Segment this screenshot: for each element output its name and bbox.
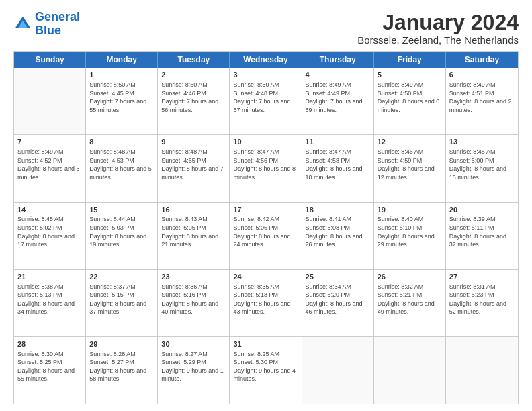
cell-info: Sunrise: 8:45 AMSunset: 5:02 PMDaylight:… — [17, 215, 82, 248]
logo-icon — [13, 15, 32, 34]
calendar-cell: 19Sunrise: 8:40 AMSunset: 5:10 PMDayligh… — [374, 203, 446, 269]
cell-date: 14 — [17, 205, 82, 215]
cell-date: 19 — [378, 205, 442, 215]
cell-info: Sunrise: 8:25 AMSunset: 5:30 PMDaylight:… — [233, 350, 298, 383]
title-block: January 2024 Borssele, Zeeland, The Neth… — [357, 11, 519, 46]
cell-date: 27 — [449, 272, 515, 282]
calendar-body: 1Sunrise: 8:50 AMSunset: 4:45 PMDaylight… — [14, 68, 518, 404]
calendar-cell: 20Sunrise: 8:39 AMSunset: 5:11 PMDayligh… — [446, 203, 518, 269]
cell-info: Sunrise: 8:42 AMSunset: 5:06 PMDaylight:… — [233, 215, 298, 248]
header: General Blue January 2024 Borssele, Zeel… — [13, 11, 519, 46]
logo-text: General Blue — [35, 11, 80, 38]
cell-info: Sunrise: 8:28 AMSunset: 5:27 PMDaylight:… — [89, 350, 154, 383]
calendar-cell: 30Sunrise: 8:27 AMSunset: 5:29 PMDayligh… — [158, 337, 230, 404]
calendar-cell: 28Sunrise: 8:30 AMSunset: 5:25 PMDayligh… — [14, 337, 86, 404]
cell-info: Sunrise: 8:49 AMSunset: 4:49 PMDaylight:… — [306, 81, 370, 114]
cell-info: Sunrise: 8:45 AMSunset: 5:00 PMDaylight:… — [449, 148, 515, 181]
cell-info: Sunrise: 8:39 AMSunset: 5:11 PMDaylight:… — [449, 215, 515, 248]
cell-info: Sunrise: 8:35 AMSunset: 5:18 PMDaylight:… — [233, 283, 298, 316]
cell-info: Sunrise: 8:30 AMSunset: 5:25 PMDaylight:… — [17, 350, 82, 383]
cell-date: 18 — [306, 205, 370, 215]
cell-info: Sunrise: 8:40 AMSunset: 5:10 PMDaylight:… — [378, 215, 442, 248]
calendar-header-row: SundayMondayTuesdayWednesdayThursdayFrid… — [14, 52, 518, 68]
calendar-row: 7Sunrise: 8:49 AMSunset: 4:52 PMDaylight… — [14, 135, 518, 202]
logo: General Blue — [13, 11, 80, 38]
cell-info: Sunrise: 8:31 AMSunset: 5:23 PMDaylight:… — [449, 283, 515, 316]
cell-info: Sunrise: 8:41 AMSunset: 5:08 PMDaylight:… — [306, 215, 370, 248]
calendar-cell: 1Sunrise: 8:50 AMSunset: 4:45 PMDaylight… — [86, 68, 158, 134]
calendar-cell: 16Sunrise: 8:43 AMSunset: 5:05 PMDayligh… — [158, 203, 230, 269]
cell-info: Sunrise: 8:46 AMSunset: 4:59 PMDaylight:… — [378, 148, 442, 181]
calendar-cell — [374, 337, 446, 404]
calendar-cell: 26Sunrise: 8:32 AMSunset: 5:21 PMDayligh… — [374, 270, 446, 336]
calendar-cell: 15Sunrise: 8:44 AMSunset: 5:03 PMDayligh… — [86, 203, 158, 269]
cell-info: Sunrise: 8:27 AMSunset: 5:29 PMDaylight:… — [161, 350, 226, 383]
cell-info: Sunrise: 8:50 AMSunset: 4:48 PMDaylight:… — [233, 81, 298, 114]
cell-date: 16 — [161, 205, 226, 215]
cell-date: 7 — [17, 137, 82, 147]
calendar-cell: 2Sunrise: 8:50 AMSunset: 4:46 PMDaylight… — [158, 68, 230, 134]
calendar-header-cell: Wednesday — [230, 52, 302, 68]
cell-date: 5 — [378, 70, 442, 80]
cell-date: 30 — [161, 339, 226, 349]
calendar-title: January 2024 — [357, 11, 519, 34]
cell-info: Sunrise: 8:32 AMSunset: 5:21 PMDaylight:… — [378, 283, 442, 316]
calendar-cell: 5Sunrise: 8:49 AMSunset: 4:50 PMDaylight… — [374, 68, 446, 134]
cell-date: 26 — [378, 272, 442, 282]
cell-date: 20 — [449, 205, 515, 215]
calendar-cell: 31Sunrise: 8:25 AMSunset: 5:30 PMDayligh… — [230, 337, 302, 404]
cell-info: Sunrise: 8:37 AMSunset: 5:15 PMDaylight:… — [89, 283, 154, 316]
cell-date: 23 — [161, 272, 226, 282]
calendar-header-cell: Saturday — [446, 52, 518, 68]
calendar-cell: 4Sunrise: 8:49 AMSunset: 4:49 PMDaylight… — [302, 68, 374, 134]
cell-date: 12 — [378, 137, 442, 147]
cell-date: 25 — [306, 272, 370, 282]
calendar-cell: 25Sunrise: 8:34 AMSunset: 5:20 PMDayligh… — [302, 270, 374, 336]
calendar-header-cell: Tuesday — [158, 52, 230, 68]
calendar-cell: 27Sunrise: 8:31 AMSunset: 5:23 PMDayligh… — [446, 270, 518, 336]
cell-date: 1 — [89, 70, 154, 80]
calendar-row: 14Sunrise: 8:45 AMSunset: 5:02 PMDayligh… — [14, 203, 518, 270]
calendar-header-cell: Friday — [374, 52, 446, 68]
calendar-cell: 12Sunrise: 8:46 AMSunset: 4:59 PMDayligh… — [374, 135, 446, 201]
calendar-cell: 10Sunrise: 8:47 AMSunset: 4:56 PMDayligh… — [230, 135, 302, 201]
cell-date: 10 — [233, 137, 298, 147]
cell-info: Sunrise: 8:48 AMSunset: 4:53 PMDaylight:… — [89, 148, 154, 181]
cell-info: Sunrise: 8:43 AMSunset: 5:05 PMDaylight:… — [161, 215, 226, 248]
cell-date: 31 — [233, 339, 298, 349]
cell-date: 21 — [17, 272, 82, 282]
cell-date: 6 — [449, 70, 515, 80]
calendar-header-cell: Sunday — [14, 52, 86, 68]
calendar-cell: 3Sunrise: 8:50 AMSunset: 4:48 PMDaylight… — [230, 68, 302, 134]
page: General Blue January 2024 Borssele, Zeel… — [0, 0, 532, 411]
cell-date: 8 — [89, 137, 154, 147]
cell-date: 4 — [306, 70, 370, 80]
calendar-cell: 8Sunrise: 8:48 AMSunset: 4:53 PMDaylight… — [86, 135, 158, 201]
cell-date: 2 — [161, 70, 226, 80]
calendar-row: 28Sunrise: 8:30 AMSunset: 5:25 PMDayligh… — [14, 337, 518, 404]
calendar-row: 1Sunrise: 8:50 AMSunset: 4:45 PMDaylight… — [14, 68, 518, 135]
cell-date: 24 — [233, 272, 298, 282]
cell-info: Sunrise: 8:47 AMSunset: 4:58 PMDaylight:… — [306, 148, 370, 181]
cell-info: Sunrise: 8:49 AMSunset: 4:51 PMDaylight:… — [449, 81, 515, 114]
cell-date: 29 — [89, 339, 154, 349]
cell-info: Sunrise: 8:49 AMSunset: 4:52 PMDaylight:… — [17, 148, 82, 181]
cell-info: Sunrise: 8:47 AMSunset: 4:56 PMDaylight:… — [233, 148, 298, 181]
calendar-cell: 29Sunrise: 8:28 AMSunset: 5:27 PMDayligh… — [86, 337, 158, 404]
calendar-cell: 14Sunrise: 8:45 AMSunset: 5:02 PMDayligh… — [14, 203, 86, 269]
calendar-header-cell: Thursday — [302, 52, 374, 68]
cell-info: Sunrise: 8:44 AMSunset: 5:03 PMDaylight:… — [89, 215, 154, 248]
cell-info: Sunrise: 8:50 AMSunset: 4:46 PMDaylight:… — [161, 81, 226, 114]
calendar: SundayMondayTuesdayWednesdayThursdayFrid… — [13, 51, 519, 404]
cell-info: Sunrise: 8:34 AMSunset: 5:20 PMDaylight:… — [306, 283, 370, 316]
cell-info: Sunrise: 8:36 AMSunset: 5:16 PMDaylight:… — [161, 283, 226, 316]
calendar-cell: 18Sunrise: 8:41 AMSunset: 5:08 PMDayligh… — [302, 203, 374, 269]
calendar-cell — [14, 68, 86, 134]
calendar-cell: 11Sunrise: 8:47 AMSunset: 4:58 PMDayligh… — [302, 135, 374, 201]
cell-date: 17 — [233, 205, 298, 215]
calendar-cell: 13Sunrise: 8:45 AMSunset: 5:00 PMDayligh… — [446, 135, 518, 201]
cell-date: 15 — [89, 205, 154, 215]
cell-info: Sunrise: 8:38 AMSunset: 5:13 PMDaylight:… — [17, 283, 82, 316]
cell-date: 22 — [89, 272, 154, 282]
cell-date: 28 — [17, 339, 82, 349]
